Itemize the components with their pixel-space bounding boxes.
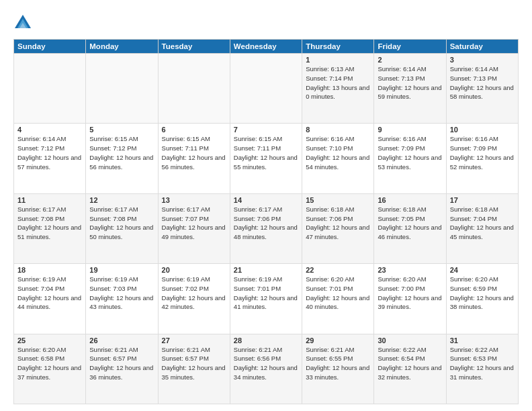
day-info: Sunrise: 6:22 AMSunset: 6:54 PMDaylight:… — [378, 345, 442, 382]
day-info: Sunrise: 6:21 AMSunset: 6:57 PMDaylight:… — [162, 345, 226, 382]
page: SundayMondayTuesdayWednesdayThursdayFrid… — [0, 0, 532, 411]
calendar-week-row: 11Sunrise: 6:17 AMSunset: 7:08 PMDayligh… — [14, 193, 519, 263]
day-number: 28 — [234, 336, 298, 345]
day-number: 3 — [450, 56, 515, 64]
day-number: 1 — [306, 56, 370, 64]
day-number: 12 — [89, 196, 154, 204]
day-of-week-header: Sunday — [14, 40, 86, 54]
day-info: Sunrise: 6:19 AMSunset: 7:04 PMDaylight:… — [17, 275, 82, 312]
day-of-week-header: Friday — [374, 40, 446, 54]
calendar-day-cell — [86, 54, 158, 124]
day-number: 16 — [378, 196, 442, 204]
calendar-day-cell: 20Sunrise: 6:19 AMSunset: 7:02 PMDayligh… — [158, 264, 230, 334]
day-of-week-header: Thursday — [302, 40, 374, 54]
calendar-day-cell — [230, 54, 302, 124]
day-of-week-header: Wednesday — [230, 40, 302, 54]
calendar-day-cell — [158, 54, 230, 124]
calendar-day-cell: 15Sunrise: 6:18 AMSunset: 7:06 PMDayligh… — [302, 193, 374, 263]
calendar-day-cell: 11Sunrise: 6:17 AMSunset: 7:08 PMDayligh… — [14, 193, 86, 263]
day-info: Sunrise: 6:14 AMSunset: 7:13 PMDaylight:… — [450, 64, 515, 101]
calendar-day-cell: 23Sunrise: 6:20 AMSunset: 7:00 PMDayligh… — [374, 264, 446, 334]
calendar-day-cell: 27Sunrise: 6:21 AMSunset: 6:57 PMDayligh… — [158, 334, 230, 404]
day-info: Sunrise: 6:20 AMSunset: 6:58 PMDaylight:… — [17, 345, 82, 382]
day-info: Sunrise: 6:20 AMSunset: 7:00 PMDaylight:… — [378, 275, 442, 312]
calendar-day-cell: 4Sunrise: 6:14 AMSunset: 7:12 PMDaylight… — [14, 124, 86, 193]
day-number: 4 — [17, 126, 82, 134]
day-info: Sunrise: 6:19 AMSunset: 7:01 PMDaylight:… — [234, 275, 298, 312]
day-info: Sunrise: 6:17 AMSunset: 7:08 PMDaylight:… — [17, 205, 82, 242]
calendar-day-cell: 9Sunrise: 6:16 AMSunset: 7:09 PMDaylight… — [374, 124, 446, 193]
day-number: 2 — [378, 56, 442, 64]
day-info: Sunrise: 6:17 AMSunset: 7:06 PMDaylight:… — [234, 205, 298, 242]
calendar-day-cell: 17Sunrise: 6:18 AMSunset: 7:04 PMDayligh… — [446, 193, 518, 263]
day-info: Sunrise: 6:15 AMSunset: 7:11 PMDaylight:… — [234, 134, 298, 171]
day-info: Sunrise: 6:15 AMSunset: 7:12 PMDaylight:… — [89, 134, 154, 171]
day-number: 18 — [17, 266, 82, 274]
day-info: Sunrise: 6:21 AMSunset: 6:56 PMDaylight:… — [234, 345, 298, 382]
calendar-day-cell: 13Sunrise: 6:17 AMSunset: 7:07 PMDayligh… — [158, 193, 230, 263]
day-number: 25 — [17, 336, 82, 345]
day-number: 20 — [162, 266, 226, 274]
day-info: Sunrise: 6:20 AMSunset: 7:01 PMDaylight:… — [306, 275, 370, 312]
calendar-week-row: 18Sunrise: 6:19 AMSunset: 7:04 PMDayligh… — [14, 264, 519, 334]
calendar-day-cell: 5Sunrise: 6:15 AMSunset: 7:12 PMDaylight… — [86, 124, 158, 193]
day-number: 11 — [17, 196, 82, 204]
day-of-week-header: Monday — [86, 40, 158, 54]
calendar-day-cell: 19Sunrise: 6:19 AMSunset: 7:03 PMDayligh… — [86, 264, 158, 334]
day-info: Sunrise: 6:18 AMSunset: 7:04 PMDaylight:… — [450, 205, 515, 242]
day-info: Sunrise: 6:14 AMSunset: 7:12 PMDaylight:… — [17, 134, 82, 171]
calendar-header-row: SundayMondayTuesdayWednesdayThursdayFrid… — [14, 40, 519, 54]
calendar-day-cell: 10Sunrise: 6:16 AMSunset: 7:09 PMDayligh… — [446, 124, 518, 193]
day-number: 7 — [234, 126, 298, 134]
calendar-day-cell: 31Sunrise: 6:22 AMSunset: 6:53 PMDayligh… — [446, 334, 518, 404]
day-number: 13 — [162, 196, 226, 204]
calendar-day-cell: 7Sunrise: 6:15 AMSunset: 7:11 PMDaylight… — [230, 124, 302, 193]
day-info: Sunrise: 6:16 AMSunset: 7:09 PMDaylight:… — [450, 134, 515, 171]
day-number: 30 — [378, 336, 442, 345]
calendar-day-cell: 1Sunrise: 6:13 AMSunset: 7:14 PMDaylight… — [302, 54, 374, 124]
calendar-day-cell: 28Sunrise: 6:21 AMSunset: 6:56 PMDayligh… — [230, 334, 302, 404]
day-info: Sunrise: 6:18 AMSunset: 7:05 PMDaylight:… — [378, 205, 442, 242]
day-info: Sunrise: 6:20 AMSunset: 6:59 PMDaylight:… — [450, 275, 515, 312]
day-info: Sunrise: 6:17 AMSunset: 7:07 PMDaylight:… — [162, 205, 226, 242]
calendar-day-cell — [14, 54, 86, 124]
calendar-day-cell: 16Sunrise: 6:18 AMSunset: 7:05 PMDayligh… — [374, 193, 446, 263]
calendar-week-row: 25Sunrise: 6:20 AMSunset: 6:58 PMDayligh… — [14, 334, 519, 404]
day-number: 24 — [450, 266, 515, 274]
day-number: 14 — [234, 196, 298, 204]
day-number: 26 — [89, 336, 154, 345]
day-info: Sunrise: 6:21 AMSunset: 6:57 PMDaylight:… — [89, 345, 154, 382]
calendar-day-cell: 25Sunrise: 6:20 AMSunset: 6:58 PMDayligh… — [14, 334, 86, 404]
calendar-table: SundayMondayTuesdayWednesdayThursdayFrid… — [13, 39, 519, 404]
day-of-week-header: Saturday — [446, 40, 518, 54]
day-info: Sunrise: 6:22 AMSunset: 6:53 PMDaylight:… — [450, 345, 515, 382]
calendar-day-cell: 30Sunrise: 6:22 AMSunset: 6:54 PMDayligh… — [374, 334, 446, 404]
calendar-day-cell: 18Sunrise: 6:19 AMSunset: 7:04 PMDayligh… — [14, 264, 86, 334]
day-number: 23 — [378, 266, 442, 274]
day-number: 8 — [306, 126, 370, 134]
day-info: Sunrise: 6:19 AMSunset: 7:02 PMDaylight:… — [162, 275, 226, 312]
logo-icon — [13, 13, 32, 32]
day-of-week-header: Tuesday — [158, 40, 230, 54]
calendar-day-cell: 3Sunrise: 6:14 AMSunset: 7:13 PMDaylight… — [446, 54, 518, 124]
day-info: Sunrise: 6:14 AMSunset: 7:13 PMDaylight:… — [378, 64, 442, 101]
calendar-day-cell: 14Sunrise: 6:17 AMSunset: 7:06 PMDayligh… — [230, 193, 302, 263]
day-number: 9 — [378, 126, 442, 134]
day-number: 6 — [162, 126, 226, 134]
day-number: 29 — [306, 336, 370, 345]
day-number: 5 — [89, 126, 154, 134]
calendar-day-cell: 6Sunrise: 6:15 AMSunset: 7:11 PMDaylight… — [158, 124, 230, 193]
day-info: Sunrise: 6:19 AMSunset: 7:03 PMDaylight:… — [89, 275, 154, 312]
day-info: Sunrise: 6:18 AMSunset: 7:06 PMDaylight:… — [306, 205, 370, 242]
day-info: Sunrise: 6:21 AMSunset: 6:55 PMDaylight:… — [306, 345, 370, 382]
calendar-day-cell: 24Sunrise: 6:20 AMSunset: 6:59 PMDayligh… — [446, 264, 518, 334]
calendar-day-cell: 22Sunrise: 6:20 AMSunset: 7:01 PMDayligh… — [302, 264, 374, 334]
day-info: Sunrise: 6:16 AMSunset: 7:09 PMDaylight:… — [378, 134, 442, 171]
calendar-day-cell: 26Sunrise: 6:21 AMSunset: 6:57 PMDayligh… — [86, 334, 158, 404]
day-number: 21 — [234, 266, 298, 274]
calendar-week-row: 4Sunrise: 6:14 AMSunset: 7:12 PMDaylight… — [14, 124, 519, 193]
header — [13, 11, 519, 32]
day-info: Sunrise: 6:15 AMSunset: 7:11 PMDaylight:… — [162, 134, 226, 171]
day-info: Sunrise: 6:16 AMSunset: 7:10 PMDaylight:… — [306, 134, 370, 171]
calendar-day-cell: 21Sunrise: 6:19 AMSunset: 7:01 PMDayligh… — [230, 264, 302, 334]
